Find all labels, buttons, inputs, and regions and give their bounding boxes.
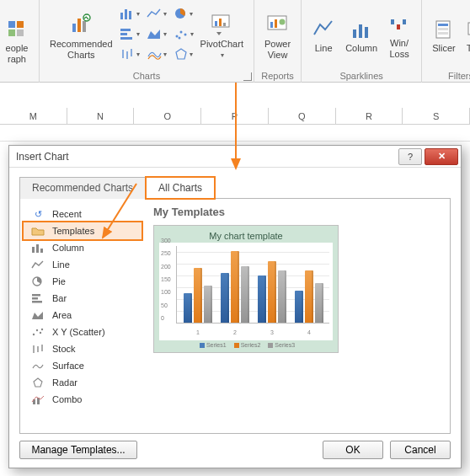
- category-combo[interactable]: Combo: [24, 391, 142, 408]
- slicer-icon: [432, 18, 456, 41]
- svg-rect-48: [40, 249, 43, 253]
- chart-legend: Series1Series2Series3: [159, 342, 333, 348]
- titlebar[interactable]: Insert Chart ? ✕: [9, 146, 461, 168]
- category-stock[interactable]: Stock: [24, 340, 142, 357]
- template-thumbnail[interactable]: My chart template 0501001502002503001234…: [153, 225, 339, 353]
- category-radar[interactable]: Radar: [24, 374, 142, 391]
- svg-point-55: [40, 332, 41, 334]
- svg-rect-6: [83, 21, 86, 32]
- svg-rect-32: [353, 29, 356, 38]
- slicer-button[interactable]: Slicer: [427, 2, 461, 69]
- column-header[interactable]: S: [403, 108, 470, 124]
- column-chart-icon: [30, 242, 45, 254]
- manage-templates-button[interactable]: Manage Templates...: [19, 441, 137, 459]
- power-view-button[interactable]: PowerView: [259, 2, 296, 69]
- label: Pie: [52, 276, 66, 286]
- combo-chart-icon: [30, 393, 45, 405]
- label: Timel: [467, 43, 470, 54]
- svg-marker-27: [216, 32, 222, 35]
- category-column[interactable]: Column: [24, 239, 142, 256]
- label: Line: [315, 43, 333, 54]
- group-filters: Slicer Timel Filters: [422, 0, 470, 83]
- category-bar[interactable]: Bar: [24, 290, 142, 307]
- group-caption: Charts: [133, 71, 160, 81]
- category-templates[interactable]: Templates: [24, 222, 142, 239]
- column-header[interactable]: R: [336, 108, 403, 124]
- svg-rect-25: [219, 19, 222, 26]
- column-headers: M N O P Q R S: [0, 108, 470, 125]
- chart-type-stock[interactable]: ▾: [120, 45, 140, 62]
- category-surface[interactable]: Surface: [24, 357, 142, 374]
- grid-row[interactable]: [0, 125, 470, 142]
- svg-rect-8: [120, 13, 123, 19]
- svg-rect-34: [365, 27, 368, 38]
- chart-type-surface[interactable]: ▾: [147, 45, 167, 62]
- column-header[interactable]: O: [134, 108, 201, 124]
- timeline-button[interactable]: Timel: [461, 2, 470, 69]
- column-header[interactable]: N: [67, 108, 135, 124]
- svg-rect-50: [32, 294, 40, 297]
- recommended-charts-button[interactable]: Recommended Charts: [45, 2, 118, 69]
- pivot-chart-button[interactable]: PivotChart ▾: [195, 2, 248, 69]
- category-line[interactable]: Line: [24, 256, 142, 273]
- sparkline-winloss-button[interactable]: Win/ Loss: [382, 2, 416, 69]
- chevron-down-icon: ▾: [221, 50, 224, 61]
- tab-all-charts[interactable]: All Charts: [146, 177, 215, 199]
- close-button[interactable]: ✕: [425, 148, 458, 165]
- label: Recommended Charts: [50, 39, 113, 61]
- chart-type-line[interactable]: ▾: [147, 5, 167, 22]
- group-caption: Sparklines: [307, 69, 416, 83]
- sparkline-line-button[interactable]: Line: [307, 2, 340, 69]
- chart-type-pie[interactable]: ▾: [174, 5, 194, 22]
- preview-heading: My Templates: [153, 206, 441, 218]
- svg-point-18: [178, 37, 180, 40]
- svg-rect-47: [36, 244, 39, 253]
- folder-icon: [30, 225, 45, 237]
- svg-rect-10: [129, 11, 131, 19]
- group-caption: Reports: [259, 69, 296, 83]
- dialog-buttons: Manage Templates... OK Cancel: [9, 434, 461, 468]
- label: Radar: [52, 377, 77, 388]
- svg-rect-14: [120, 37, 132, 40]
- charts-dialog-launcher[interactable]: [243, 72, 252, 81]
- chart-category-list: ↺Recent Templates Column Line Pie Bar Ar…: [20, 199, 145, 433]
- label: Slicer: [432, 43, 456, 54]
- ribbon: eopleraph Recommended Charts ▾ ▾ ▾ ▾ ▾ ▾…: [0, 0, 470, 83]
- svg-point-31: [279, 19, 285, 24]
- chart-type-column[interactable]: ▾: [120, 5, 140, 22]
- area-chart-icon: [30, 309, 45, 321]
- label: Line: [52, 259, 70, 270]
- chart-type-area[interactable]: ▾: [147, 25, 167, 42]
- cancel-button[interactable]: Cancel: [390, 441, 451, 459]
- pie-chart-icon: [30, 275, 45, 287]
- column-header[interactable]: M: [0, 108, 67, 124]
- tab-panel-all-charts: ↺Recent Templates Column Line Pie Bar Ar…: [19, 198, 451, 434]
- ok-button[interactable]: OK: [323, 441, 383, 459]
- svg-rect-5: [77, 19, 81, 32]
- people-graph-button[interactable]: eopleraph: [0, 2, 34, 79]
- power-view-icon: [265, 12, 291, 37]
- category-scatter[interactable]: X Y (Scatter): [24, 324, 142, 340]
- column-header[interactable]: P: [201, 108, 269, 124]
- category-pie[interactable]: Pie: [24, 273, 142, 290]
- chart-type-bar[interactable]: ▾: [120, 25, 140, 42]
- category-recent[interactable]: ↺Recent: [24, 206, 142, 222]
- charts-gallery: ▾ ▾ ▾ ▾ ▾ ▾ ▾ ▾ ▾: [118, 2, 195, 69]
- group-people-graph: eopleraph: [0, 0, 40, 83]
- column-header[interactable]: Q: [269, 108, 336, 124]
- svg-rect-35: [391, 19, 394, 24]
- tabs: Recommended Charts All Charts: [9, 168, 461, 198]
- sparkline-column-button[interactable]: Column: [340, 2, 382, 69]
- svg-point-56: [41, 329, 43, 330]
- svg-rect-30: [275, 19, 277, 28]
- svg-rect-24: [215, 21, 217, 26]
- help-button[interactable]: ?: [398, 148, 422, 165]
- chart-type-radar[interactable]: ▾: [174, 45, 194, 62]
- label: X Y (Scatter): [52, 327, 105, 337]
- category-area[interactable]: Area: [24, 307, 142, 324]
- line-chart-icon: [30, 259, 45, 270]
- svg-rect-26: [223, 23, 226, 26]
- chart-type-scatter[interactable]: ▾: [174, 25, 194, 42]
- label: Power: [264, 39, 291, 49]
- tab-recommended-charts[interactable]: Recommended Charts: [19, 177, 146, 199]
